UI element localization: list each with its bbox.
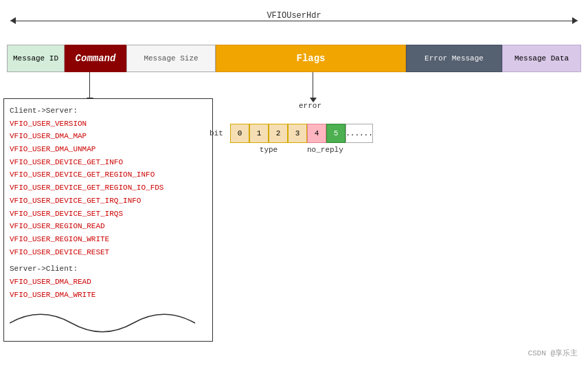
vfio-arrow: VFIOUserHdr [10,12,578,29]
client-item-3: VFIO_USER_DEVICE_GET_INFO [10,156,207,169]
error-label: error [299,102,373,110]
box-message-size: Message Size [126,45,216,72]
noreply-label: no_reply [307,146,328,154]
client-item-7: VFIO_USER_DEVICE_SET_IRQS [10,208,207,221]
box-error-message: Error Message [406,45,502,72]
box-message-id: Message ID [7,45,65,72]
flags-diagram: error bit 0 1 2 3 4 5 ...... type no_rep… [210,102,373,154]
wave-svg [10,308,207,335]
server-item-0: VFIO_USER_DMA_READ [10,276,207,289]
arrow-line [10,21,578,21]
bit-1: 1 [249,124,269,143]
client-item-4: VFIO_USER_DEVICE_GET_REGION_INFO [10,168,207,181]
bit-0: 0 [230,124,249,143]
client-item-10: VFIO_USER_DEVICE_RESET [10,246,207,259]
main-container: VFIOUserHdr Message ID Command Message S… [0,0,588,365]
client-item-0: VFIO_USER_VERSION [10,118,207,131]
box-flags: Flags [216,45,406,72]
client-item-2: VFIO_USER_DMA_UNMAP [10,143,207,156]
server-item-1: VFIO_USER_DMA_WRITE [10,289,207,302]
client-item-5: VFIO_USER_DEVICE_GET_REGION_IO_FDS [10,181,207,195]
arrow-left [10,17,16,24]
vfio-label: VFIOUserHdr [262,11,325,21]
type-label: type [230,146,307,154]
command-down-arrow [89,72,90,98]
bit-5: 5 [326,124,346,143]
client-header: Client->Server: [10,104,207,118]
bit-text-label: bit [210,129,223,137]
header-boxes: Message ID Command Message Size Flags Er… [7,45,581,72]
bit-sublabels: type no_reply [230,146,373,154]
bit-row: bit 0 1 2 3 4 5 ...... [210,124,373,143]
server-header: Server->Client: [10,263,207,276]
client-item-9: VFIO_USER_REGION_WRITE [10,233,207,246]
client-item-8: VFIO_USER_REGION_READ [10,220,207,233]
box-command: Command [65,45,126,72]
bit-rest: ...... [346,124,373,143]
watermark: CSDN @享乐主 [528,348,578,358]
flags-down-arrow [313,72,313,98]
arrow-right [572,17,578,24]
client-item-1: VFIO_USER_DMA_MAP [10,130,207,143]
bit-2: 2 [269,124,288,143]
client-item-6: VFIO_USER_DEVICE_GET_IRQ_INFO [10,195,207,208]
box-message-data: Message Data [502,45,581,72]
command-popup: Client->Server: VFIO_USER_VERSION VFIO_U… [3,98,213,342]
bit-3: 3 [288,124,307,143]
bit-4: 4 [307,124,326,143]
